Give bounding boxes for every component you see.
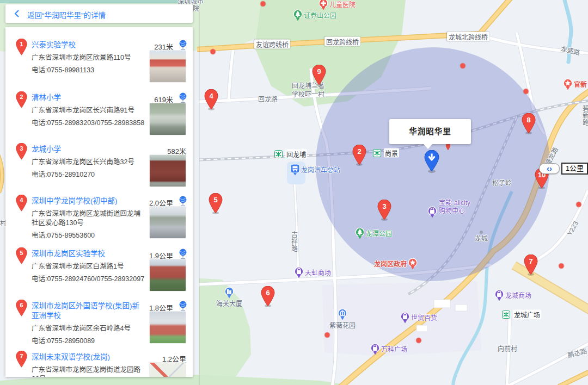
svg-text:8: 8: [526, 116, 530, 124]
road-label: 回龙跨线桥: [324, 37, 360, 46]
poi-label[interactable]: 海关大厦: [216, 299, 242, 308]
village-dot: [480, 231, 483, 234]
shopping-icon[interactable]: [494, 289, 504, 304]
poi-red-dot[interactable]: [325, 333, 330, 338]
school-photo-thumbnail[interactable]: [149, 50, 186, 83]
scale-toggle-button[interactable]: ‹›: [539, 163, 560, 174]
map-pin-2[interactable]: 2: [352, 145, 367, 167]
poi-red-dot[interactable]: [261, 2, 266, 7]
school-name-link[interactable]: 清林小学: [32, 93, 142, 103]
school-photo-thumbnail[interactable]: [149, 103, 186, 135]
school-results-panel: 1 兴泰实验学校 231米 广东省深圳市龙岗区欣景路110号 电话:0755-8…: [5, 27, 193, 377]
poi-label[interactable]: 龙城广场: [513, 310, 541, 319]
school-photo-thumbnail[interactable]: [149, 206, 186, 239]
map-pin-5[interactable]: 5: [208, 193, 223, 216]
road-label: 龙城北跨线桥: [447, 32, 489, 41]
school-photo-thumbnail[interactable]: [149, 311, 186, 344]
poi-label[interactable]: 龙岗区政府: [374, 259, 407, 268]
school-name-link[interactable]: 深圳市龙岗区外国语学校(集团)新亚洲学校: [32, 301, 142, 321]
map-pin-9[interactable]: 9: [311, 65, 327, 88]
school-address: 广东省深圳市龙岗区长兴南路32号: [32, 158, 147, 167]
shopping-icon[interactable]: [370, 343, 380, 358]
school-name-link[interactable]: 深圳中学龙岗学校(初中部): [32, 196, 142, 206]
poi-label[interactable]: 天虹商场: [305, 268, 331, 277]
school-list-item[interactable]: 2 清林小学 619米 广东省深圳市龙岗区长兴南路91号 电话:0755-289…: [5, 90, 193, 141]
star-icon[interactable]: [408, 258, 418, 272]
metro-icon[interactable]: [274, 150, 283, 160]
school-list-item[interactable]: 3 龙城小学 582米 广东省深圳市龙岗区长兴南路32号 电话:0755-289…: [5, 141, 193, 193]
school-list-item[interactable]: 5 深圳市龙岗区实验学校 1.9公里 广东省深圳市龙岗区白湖路1号 电话:075…: [5, 246, 193, 297]
school-address: 广东省深圳市龙岗区欣景路110号: [32, 53, 147, 63]
school-photo-thumbnail[interactable]: [149, 154, 186, 187]
poi-label[interactable]: 紫薇花园: [329, 320, 356, 330]
poi-red-dot[interactable]: [559, 264, 564, 269]
poi-label[interactable]: 儿童医院: [329, 0, 356, 9]
poi-label[interactable]: 世贸百货: [411, 313, 437, 322]
svg-text:9: 9: [317, 67, 321, 76]
school-photo-thumbnail[interactable]: [149, 259, 186, 291]
metro-icon[interactable]: [502, 311, 510, 321]
school-list-item[interactable]: 6 深圳市龙岗区外国语学校(集团)新亚洲学校 1.8公里 广东省深圳市龙岗区余石…: [5, 298, 193, 350]
road-label: 友谊跨线桥: [254, 40, 290, 49]
map-pin-4[interactable]: 4: [204, 89, 219, 112]
metro-icon[interactable]: [373, 149, 381, 159]
school-photo-thumbnail[interactable]: [149, 362, 186, 377]
park-icon[interactable]: [293, 9, 303, 24]
poi-red-dot[interactable]: [416, 338, 421, 343]
school-list-item[interactable]: 7 深圳未来双语学校(龙岗) 1.2公里 广东省深圳市龙岗区龙岗街道龙园路28号: [5, 349, 193, 377]
map-pin-3[interactable]: 3: [377, 200, 392, 222]
svg-text:3: 3: [20, 145, 23, 152]
poi-red-dot[interactable]: [461, 64, 465, 69]
school-name-link[interactable]: 深圳市龙岗区实验学校: [32, 249, 142, 259]
school-address: 广东省深圳市龙岗区余石岭路4号: [32, 324, 147, 333]
center-place-bubble[interactable]: 华润昭华里: [389, 119, 471, 144]
shopping-icon[interactable]: [427, 206, 437, 221]
panel-map-divider: [199, 0, 200, 385]
poi-label[interactable]: 官新: [574, 79, 587, 89]
shopping-icon[interactable]: [294, 266, 304, 281]
map-pin-8[interactable]: 8: [521, 113, 536, 136]
school-phone: 电话:0755-28983203/0755-28983858: [32, 119, 147, 128]
svg-text:7: 7: [529, 257, 532, 265]
poi-label[interactable]: 回龙埔: [285, 150, 307, 159]
school-name-link[interactable]: 深圳未来双语学校(龙岗): [32, 352, 142, 362]
area-label: 院: [193, 4, 199, 13]
poi-label[interactable]: 尚景: [384, 148, 399, 158]
poi-label[interactable]: 龙潭公园: [366, 228, 392, 238]
school-address: 广东省深圳市龙岗区长兴南路91号: [32, 106, 147, 115]
school-info: 广东省深圳市龙岗区余石岭路4号 电话:0755-28950089: [32, 324, 147, 346]
poi-label[interactable]: 龙岗汽车总站: [301, 165, 340, 174]
poi-red-dot[interactable]: [211, 49, 216, 54]
poi-red-dot[interactable]: [577, 202, 581, 207]
school-list-item[interactable]: 4 深圳中学龙岗学校(初中部) 2.0公里 广东省深圳市龙岗区龙城街道回龙埔社区…: [5, 193, 193, 245]
school-phone: 电话:0755-89553600: [32, 231, 147, 240]
school-name-link[interactable]: 兴泰实验学校: [32, 40, 142, 50]
map-pin-7[interactable]: 7: [523, 254, 538, 277]
poi-label[interactable]: 万科广场: [381, 344, 407, 353]
poi-label[interactable]: 证券山公园: [304, 10, 336, 20]
poi-label[interactable]: 宝能·allcity购物中心: [439, 199, 470, 215]
area-label: 龙城: [475, 234, 488, 243]
center-location-pin[interactable]: [424, 150, 440, 174]
list-pin-number-icon: 5: [15, 247, 28, 266]
school-list-item[interactable]: 1 兴泰实验学校 231米 广东省深圳市龙岗区欣景路110号 电话:0755-8…: [5, 37, 193, 89]
svg-text:3: 3: [382, 202, 386, 210]
star-icon[interactable]: [563, 78, 573, 93]
poi-label[interactable]: 龙城商场: [505, 290, 531, 300]
school-name-link[interactable]: 龙城小学: [32, 145, 142, 154]
school-address: 广东省深圳市龙岗区龙岗街道龙园路28号: [32, 365, 147, 377]
park-icon[interactable]: [355, 227, 365, 242]
panel-header[interactable]: 返回“华润昭华里”的详情: [5, 4, 193, 23]
svg-text:4: 4: [20, 197, 23, 203]
back-chevron-icon[interactable]: [14, 10, 20, 20]
svg-text:5: 5: [213, 196, 217, 204]
back-to-details-link[interactable]: 返回“华润昭华里”的详情: [27, 9, 106, 20]
svg-text:1: 1: [20, 41, 23, 47]
poi-red-dot[interactable]: [524, 89, 529, 94]
map-pin-6[interactable]: 6: [260, 286, 275, 309]
road-label: 吉祥路: [290, 232, 299, 253]
shopping-icon[interactable]: [400, 312, 410, 326]
bus-icon[interactable]: [290, 164, 300, 178]
school-info: 广东省深圳市龙岗区长兴南路32号 电话:0755-28910270: [32, 158, 147, 179]
school-phone: 电话:0755-89981133: [32, 66, 147, 75]
